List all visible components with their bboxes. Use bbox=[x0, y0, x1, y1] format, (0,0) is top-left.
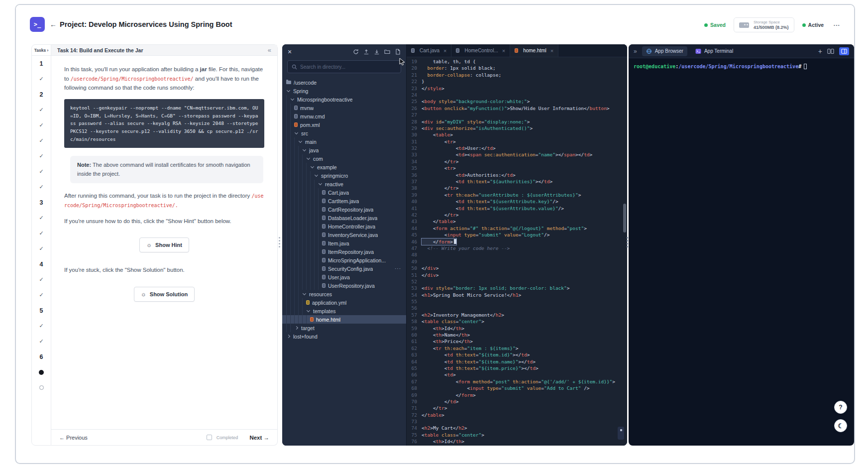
task-indicator-check[interactable]: ✓ bbox=[32, 272, 51, 287]
panel-tab-app-browser[interactable]: App Browser bbox=[642, 46, 687, 56]
previous-button[interactable]: ← Previous bbox=[59, 435, 88, 441]
tree-item[interactable]: reactive bbox=[282, 180, 406, 188]
code-line: 38 </tr> bbox=[407, 185, 627, 191]
editor-tab[interactable]: home.html× bbox=[510, 44, 558, 57]
task-indicator-number[interactable]: 5 bbox=[32, 303, 51, 318]
split-view-icon[interactable] bbox=[827, 48, 834, 54]
command-code-block[interactable]: keytool --genkeypair --noprompt --dname … bbox=[64, 99, 264, 148]
code-line: 52 bbox=[407, 278, 627, 285]
upload-icon[interactable] bbox=[363, 49, 369, 55]
task-indicator-check[interactable]: ✓ bbox=[32, 133, 51, 148]
file-more-icon[interactable]: ··· bbox=[395, 266, 403, 271]
tree-item[interactable]: src bbox=[282, 129, 406, 137]
task-indicator-number[interactable]: 2 bbox=[32, 87, 51, 102]
task-indicator-number[interactable]: 3 bbox=[32, 195, 51, 210]
task-indicator-number[interactable]: 1 bbox=[32, 56, 51, 71]
show-solution-button[interactable]: ☼ Show Solution bbox=[134, 287, 195, 302]
tree-item[interactable]: resources bbox=[282, 290, 406, 298]
editor-tab[interactable]: Cart.java× bbox=[407, 44, 451, 57]
tree-item[interactable]: CartRepository.java bbox=[282, 205, 406, 214]
task-indicator-current[interactable] bbox=[32, 364, 51, 380]
download-icon[interactable] bbox=[374, 49, 380, 55]
tree-item[interactable]: DatabaseLoader.java bbox=[282, 214, 406, 222]
scroll-widget[interactable] bbox=[618, 427, 624, 440]
tree-item[interactable]: target bbox=[282, 324, 406, 332]
task-indicator-check[interactable]: ✓ bbox=[32, 287, 51, 303]
task-indicator-upcoming[interactable] bbox=[32, 380, 51, 395]
new-file-icon[interactable] bbox=[395, 49, 401, 55]
task-indicator-check[interactable]: ✓ bbox=[32, 71, 51, 87]
code-line: 55 bbox=[407, 298, 627, 305]
tree-item[interactable]: /usercode bbox=[282, 78, 406, 87]
tree-item[interactable]: CartItem.java bbox=[282, 197, 406, 205]
tree-item[interactable]: Cart.java bbox=[282, 188, 406, 197]
tree-item[interactable]: Spring bbox=[282, 87, 406, 95]
refresh-icon[interactable] bbox=[353, 49, 359, 55]
task-rail-header[interactable]: Tasks › bbox=[32, 45, 51, 56]
task-indicator-check[interactable]: ✓ bbox=[32, 148, 51, 164]
task-indicator-check[interactable]: ✓ bbox=[32, 210, 51, 226]
code-line: 31 <tr> bbox=[407, 138, 627, 145]
search-input[interactable] bbox=[300, 64, 397, 70]
code-line: 59 <th>Id</th> bbox=[407, 325, 627, 332]
task-indicator-check[interactable]: ✓ bbox=[32, 179, 51, 195]
app-logo[interactable]: >_ bbox=[30, 17, 45, 32]
tree-item[interactable]: example bbox=[282, 163, 406, 171]
code-line: 39 <tr th:each="userAttribute : ${userAt… bbox=[407, 192, 627, 198]
tree-item[interactable]: home.html bbox=[282, 315, 406, 324]
expand-tabs-icon[interactable]: » bbox=[634, 48, 637, 55]
task-indicator-check[interactable]: ✓ bbox=[32, 226, 51, 241]
next-button[interactable]: Next → bbox=[249, 435, 269, 441]
tree-item[interactable]: application.yml bbox=[282, 298, 406, 307]
task-indicator-check[interactable]: ✓ bbox=[32, 164, 51, 179]
terminal-output[interactable]: root@educative:/usercode/Spring/Microspr… bbox=[629, 58, 854, 446]
task-indicator-number[interactable]: 6 bbox=[32, 349, 51, 364]
task-indicator-check[interactable]: ✓ bbox=[32, 334, 51, 349]
tree-item[interactable]: mvnw bbox=[282, 104, 406, 112]
collapse-panel-icon[interactable]: « bbox=[268, 46, 271, 54]
editor-scrollbar[interactable] bbox=[623, 204, 626, 233]
tree-item[interactable]: SecurityConfig.java··· bbox=[282, 264, 406, 273]
tree-item[interactable]: springmicro bbox=[282, 171, 406, 180]
more-menu-button[interactable]: ••• bbox=[832, 21, 842, 29]
editor-tab[interactable]: HomeControl...× bbox=[451, 44, 510, 57]
close-tab-icon[interactable]: × bbox=[550, 48, 553, 54]
task-indicator-number[interactable]: 4 bbox=[32, 256, 51, 272]
tree-item[interactable]: Microspringbootreactive bbox=[282, 95, 406, 104]
panel-resize-handle[interactable] bbox=[627, 240, 628, 241]
close-tab-icon[interactable]: × bbox=[443, 48, 446, 54]
theme-toggle-button[interactable]: ☾ bbox=[834, 419, 847, 432]
help-button[interactable]: ? bbox=[834, 401, 847, 414]
tree-item[interactable]: User.java bbox=[282, 273, 406, 281]
task-indicator-check[interactable]: ✓ bbox=[32, 102, 51, 117]
back-arrow-icon[interactable]: ← bbox=[50, 20, 57, 28]
task-indicator-check[interactable]: ✓ bbox=[32, 318, 51, 334]
tree-item[interactable]: pom.xml bbox=[282, 120, 406, 129]
tree-item[interactable]: ItemRepository.java bbox=[282, 247, 406, 256]
completed-checkbox[interactable] bbox=[207, 435, 212, 440]
task-indicator-check[interactable]: ✓ bbox=[32, 117, 51, 133]
tree-item[interactable]: mvnw.cmd bbox=[282, 112, 406, 120]
code-area[interactable]: 19 table, th, td {20 border: 1px solid b… bbox=[407, 57, 627, 446]
tree-item[interactable]: templates bbox=[282, 307, 406, 315]
tree-item[interactable]: lost+found bbox=[282, 332, 406, 341]
show-hint-button[interactable]: ☼ Show Hint bbox=[139, 237, 189, 252]
panel-tab-app-terminal[interactable]: App Terminal bbox=[691, 46, 737, 56]
tree-item[interactable]: Item.java bbox=[282, 239, 406, 247]
tree-item[interactable]: main bbox=[282, 137, 406, 146]
tree-item[interactable]: com bbox=[282, 154, 406, 163]
close-explorer-icon[interactable]: × bbox=[288, 48, 292, 56]
search-box[interactable] bbox=[287, 60, 401, 73]
code-editor: Cart.java×HomeControl...×home.html× 19 t… bbox=[407, 44, 627, 446]
close-tab-icon[interactable]: × bbox=[502, 48, 505, 54]
new-folder-icon[interactable] bbox=[384, 49, 390, 55]
add-tab-icon[interactable]: + bbox=[818, 47, 822, 55]
layout-toggle-button[interactable] bbox=[839, 47, 849, 55]
panel-resize-handle[interactable] bbox=[279, 240, 280, 241]
tree-item[interactable]: java bbox=[282, 146, 406, 154]
tree-item[interactable]: MicroSpringApplication... bbox=[282, 256, 406, 264]
task-indicator-check[interactable]: ✓ bbox=[32, 241, 51, 256]
tree-item[interactable]: UserRepository.java bbox=[282, 281, 406, 290]
tree-item[interactable]: InventoryService.java bbox=[282, 231, 406, 239]
tree-item[interactable]: HomeController.java bbox=[282, 222, 406, 231]
